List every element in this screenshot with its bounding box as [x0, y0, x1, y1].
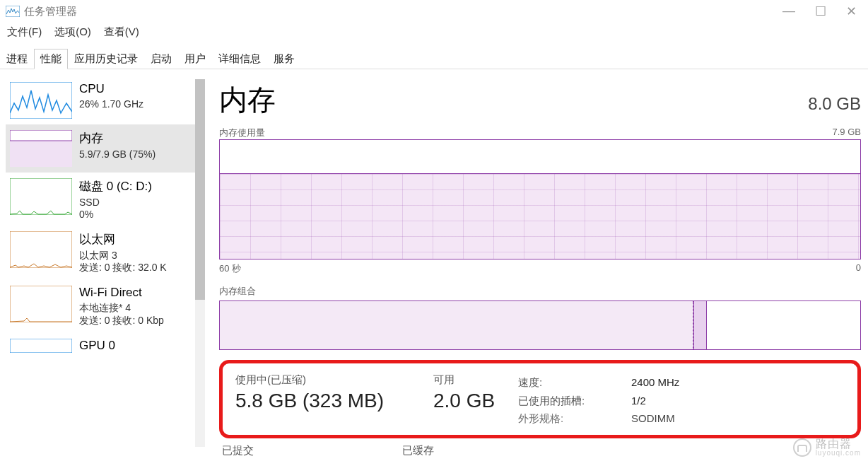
- slots-value: 1/2: [631, 392, 646, 410]
- svg-rect-1: [10, 82, 72, 119]
- svg-rect-3: [10, 141, 72, 167]
- tab-processes[interactable]: 进程: [0, 49, 34, 69]
- tab-services[interactable]: 服务: [267, 49, 301, 69]
- router-icon: [793, 438, 811, 457]
- window-controls: — ☐ ✕: [782, 4, 862, 19]
- ethernet-spark-icon: [10, 231, 72, 268]
- tab-strip: 进程 性能 应用历史记录 启动 用户 详细信息 服务: [0, 48, 868, 69]
- sidebar-item-memory[interactable]: 内存 5.9/7.9 GB (75%): [6, 124, 205, 173]
- minimize-button[interactable]: —: [782, 4, 795, 19]
- sidebar-sub-wifi: 本地连接* 4: [79, 301, 164, 314]
- disk-spark-icon: [10, 178, 72, 215]
- sidebar-sub-cpu: 26% 1.70 GHz: [79, 98, 143, 110]
- in-use-value: 5.8 GB (323 MB): [235, 390, 433, 412]
- maximize-button[interactable]: ☐: [815, 4, 826, 19]
- sidebar: CPU 26% 1.70 GHz 内存 5.9/7.9 GB (75%) 磁盘 …: [0, 74, 205, 457]
- menubar: 文件(F) 选项(O) 查看(V): [0, 23, 868, 44]
- cached-label: 已缓存: [402, 444, 434, 457]
- tab-users[interactable]: 用户: [178, 49, 212, 69]
- sidebar-label-disk: 磁盘 0 (C: D:): [79, 178, 152, 194]
- committed-label: 已提交: [222, 444, 254, 457]
- menu-view[interactable]: 查看(V): [104, 25, 139, 40]
- sidebar-sub-ethernet: 以太网 3: [79, 249, 167, 262]
- page-title: 内存: [219, 81, 276, 119]
- sidebar-sub-disk: SSD: [79, 196, 152, 209]
- sidebar-label-memory: 内存: [79, 130, 156, 146]
- cpu-spark-icon: [10, 82, 72, 119]
- highlighted-stats: 使用中(已压缩) 5.8 GB (323 MB) 可用 2.0 GB 速度: 2…: [219, 360, 861, 438]
- watermark-sub: luyouqi.com: [816, 450, 861, 457]
- memory-panel: 内存 8.0 GB 内存使用量 7.9 GB 60 秒 0 内存组合 使用中(已…: [205, 74, 868, 457]
- sidebar-sub2-wifi: 发送: 0 接收: 0 Kbp: [79, 315, 164, 327]
- memory-total: 8.0 GB: [808, 94, 861, 114]
- composition-label: 内存组合: [219, 285, 861, 298]
- sidebar-sub2-ethernet: 发送: 0 接收: 32.0 K: [79, 262, 167, 274]
- sidebar-item-cpu[interactable]: CPU 26% 1.70 GHz: [6, 76, 205, 124]
- tab-app-history[interactable]: 应用历史记录: [68, 49, 144, 69]
- watermark-text: 路由器: [816, 438, 861, 450]
- sidebar-item-ethernet[interactable]: 以太网 以太网 3 发送: 0 接收: 32.0 K: [6, 226, 205, 280]
- tab-details[interactable]: 详细信息: [212, 49, 267, 69]
- usage-graph-max: 7.9 GB: [833, 127, 861, 139]
- speed-value: 2400 MHz: [631, 373, 679, 392]
- sidebar-label-gpu: GPU 0: [79, 339, 115, 353]
- menu-file[interactable]: 文件(F): [7, 25, 42, 40]
- memory-info-table: 速度: 2400 MHz 已使用的插槽: 1/2 外形规格: SODIMM: [518, 373, 679, 428]
- speed-label: 速度:: [518, 373, 631, 392]
- memory-composition-bar: [219, 300, 861, 350]
- svg-rect-5: [10, 178, 72, 215]
- available-label: 可用: [433, 373, 518, 387]
- close-button[interactable]: ✕: [846, 4, 857, 19]
- window-title: 任务管理器: [24, 5, 77, 18]
- available-value: 2.0 GB: [433, 390, 518, 412]
- sidebar-scrollbar[interactable]: [195, 79, 205, 447]
- svg-rect-6: [10, 231, 72, 268]
- form-label: 外形规格:: [518, 409, 631, 428]
- usage-graph-label: 内存使用量: [219, 127, 265, 139]
- app-icon: [6, 6, 20, 17]
- in-use-label: 使用中(已压缩): [235, 373, 433, 387]
- form-value: SODIMM: [631, 409, 675, 428]
- menu-options[interactable]: 选项(O): [54, 25, 91, 40]
- sidebar-label-cpu: CPU: [79, 82, 143, 96]
- watermark: 路由器 luyouqi.com: [793, 438, 861, 457]
- gpu-spark-icon: [10, 339, 72, 353]
- tab-performance[interactable]: 性能: [34, 49, 68, 69]
- wifi-spark-icon: [10, 286, 72, 322]
- slots-label: 已使用的插槽:: [518, 392, 631, 410]
- sidebar-item-gpu[interactable]: GPU 0: [6, 333, 205, 360]
- svg-rect-8: [10, 339, 72, 353]
- sidebar-sub2-disk: 0%: [79, 209, 152, 220]
- sidebar-label-wifi: Wi-Fi Direct: [79, 286, 164, 300]
- sidebar-label-ethernet: 以太网: [79, 231, 167, 247]
- tab-startup[interactable]: 启动: [144, 49, 178, 69]
- memory-usage-graph: [219, 139, 861, 259]
- memory-spark-icon: [10, 130, 72, 167]
- svg-rect-7: [10, 286, 72, 322]
- sidebar-item-disk[interactable]: 磁盘 0 (C: D:) SSD 0%: [6, 173, 205, 226]
- axis-right: 0: [856, 262, 861, 275]
- sidebar-item-wifi[interactable]: Wi-Fi Direct 本地连接* 4 发送: 0 接收: 0 Kbp: [6, 280, 205, 332]
- sidebar-sub-memory: 5.9/7.9 GB (75%): [79, 148, 156, 161]
- titlebar: 任务管理器 — ☐ ✕: [0, 0, 868, 23]
- axis-left: 60 秒: [219, 262, 241, 275]
